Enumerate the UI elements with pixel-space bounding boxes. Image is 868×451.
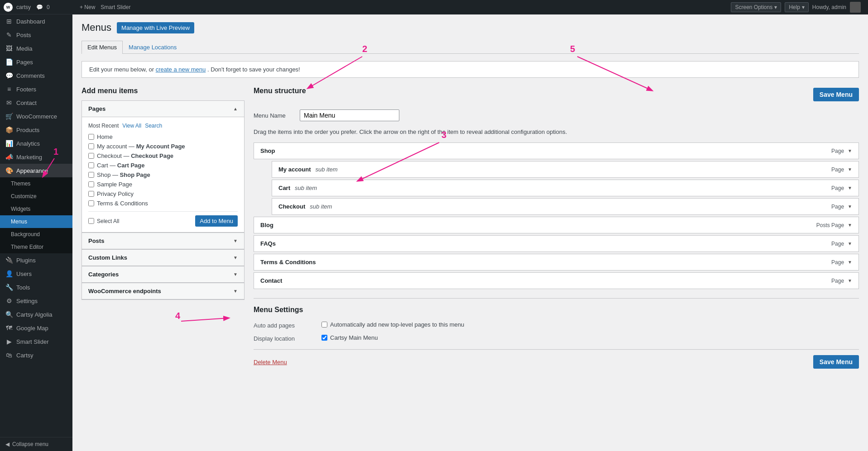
background-label: Background [11,231,40,237]
page-checkbox-my-account[interactable] [88,143,94,149]
sidebar-item-cartsy[interactable]: 🛍 Cartsy [0,348,72,362]
page-checkbox-cart[interactable] [88,162,94,168]
menu-item-terms[interactable]: Terms & Conditions Page ▼ [254,254,859,271]
page-checkbox-terms[interactable] [88,200,94,206]
menu-item-name-faqs: FAQs [260,240,276,247]
menu-item-blog[interactable]: Blog Posts Page ▼ [254,217,859,233]
comments-sidebar-icon: 💬 [5,72,13,79]
menu-item-expand-checkout[interactable]: ▼ [848,204,852,209]
sidebar-item-smart-slider[interactable]: ▶ Smart Slider [0,335,72,348]
delete-menu-link[interactable]: Delete Menu [254,359,287,366]
create-new-menu-link[interactable]: create a new menu [156,66,206,73]
menu-item-my-account[interactable]: My account sub item Page ▼ [272,161,859,178]
sidebar-item-comments[interactable]: 💬 Comments [0,69,72,82]
search-tab[interactable]: Search [145,123,162,129]
save-menu-button-top[interactable]: Save Menu [813,88,859,101]
page-checkbox-checkout[interactable] [88,153,94,159]
display-location-checkbox[interactable] [321,335,327,341]
screen-options-button[interactable]: Screen Options ▾ [731,2,781,12]
topbar-new[interactable]: + New [80,4,95,10]
page-label-sample: Sample Page [97,181,132,188]
page-label-checkout: Checkout — Checkout Page [97,152,173,159]
posts-chevron-icon: ▼ [233,238,238,243]
sidebar-item-theme-editor[interactable]: Theme Editor [0,241,72,253]
woocommerce-endpoints-accordion-header[interactable]: WooCommerce endpoints ▼ [82,283,244,299]
posts-header-label: Posts [88,237,104,244]
sidebar-item-contact[interactable]: ✉ Contact [0,96,72,109]
categories-accordion-header[interactable]: Categories ▼ [82,266,244,283]
sidebar-item-analytics[interactable]: 📊 Analytics [0,137,72,150]
menu-item-expand-faqs[interactable]: ▼ [848,241,852,246]
menu-item-expand-my-account[interactable]: ▼ [848,167,852,172]
menu-item-expand-shop[interactable]: ▼ [848,148,852,153]
menu-item-name-contact: Contact [260,277,282,284]
sidebar-item-marketing[interactable]: 📣 Marketing [0,150,72,164]
sidebar-item-label: Products [16,127,39,133]
menu-item-expand-contact[interactable]: ▼ [848,278,852,283]
select-all-checkbox[interactable] [88,218,94,224]
menu-items-list: Shop Page ▼ My account sub item [254,142,859,289]
page-label-home: Home [97,133,113,140]
view-all-tab[interactable]: View All [122,123,141,129]
most-recent-tab[interactable]: Most Recent [88,123,119,129]
page-checkbox-sample[interactable] [88,181,94,187]
menu-item-expand-terms[interactable]: ▼ [848,260,852,265]
sidebar-item-media[interactable]: 🖼 Media [0,42,72,55]
sidebar-item-dashboard[interactable]: ⊞ Dashboard [0,14,72,28]
sidebar-item-appearance[interactable]: 🎨 Appearance [0,164,72,177]
woocommerce-endpoints-accordion: WooCommerce endpoints ▼ [82,283,245,300]
notice-bar: Edit your menu below, or create a new me… [82,61,859,78]
tab-edit-menus[interactable]: Edit Menus [82,41,123,54]
sidebar-item-pages[interactable]: 📄 Pages [0,55,72,69]
help-button[interactable]: Help ▾ [785,2,809,12]
sidebar-item-menus[interactable]: Menus [0,215,72,228]
sidebar-item-plugins[interactable]: 🔌 Plugins [0,253,72,267]
sidebar-item-settings[interactable]: ⚙ Settings [0,294,72,308]
menu-item-sub-label-cart: sub item [295,185,317,191]
sidebar-item-posts[interactable]: ✎ Posts [0,28,72,42]
menu-name-input[interactable] [300,109,399,121]
sidebar-item-footers[interactable]: ≡ Footers [0,82,72,96]
page-checkbox-home[interactable] [88,134,94,140]
add-to-menu-button[interactable]: Add to Menu [195,215,238,227]
sidebar-item-background[interactable]: Background [0,228,72,241]
topbar-smart-slider[interactable]: Smart Slider [101,4,130,10]
page-item-shop: Shop — Shop Page [88,171,238,178]
pages-accordion-header[interactable]: Pages ▲ [82,101,244,117]
menu-item-name-checkout: Checkout [278,203,305,210]
site-name[interactable]: cartsy [16,4,31,10]
custom-links-accordion-header[interactable]: Custom Links ▼ [82,250,244,266]
comments-icon[interactable]: 💬 [36,4,43,10]
sidebar-item-themes[interactable]: Themes [0,177,72,190]
sidebar-item-products[interactable]: 📦 Products [0,123,72,137]
menu-item-expand-blog[interactable]: ▼ [848,223,852,228]
sidebar-item-tools[interactable]: 🔧 Tools [0,280,72,294]
sidebar-item-customize[interactable]: Customize [0,190,72,203]
tab-manage-locations[interactable]: Manage Locations [123,41,182,53]
menu-item-cart[interactable]: Cart sub item Page ▼ [272,180,859,196]
sidebar-item-google-map[interactable]: 🗺 Google Map [0,321,72,335]
auto-add-checkbox[interactable] [321,322,327,328]
sidebar-item-woocommerce[interactable]: 🛒 WooCommerce [0,109,72,123]
save-menu-button-bottom[interactable]: Save Menu [813,355,859,369]
menu-item-faqs[interactable]: FAQs Page ▼ [254,235,859,252]
menu-item-name-my-account: My account [278,166,311,173]
display-location-label: Display location [254,334,312,342]
sidebar-item-widgets[interactable]: Widgets [0,203,72,215]
menu-item-type-shop: Page [831,148,844,154]
page-checkbox-privacy[interactable] [88,191,94,197]
menu-item-contact[interactable]: Contact Page ▼ [254,272,859,289]
sidebar-item-users[interactable]: 👤 Users [0,267,72,280]
sidebar-item-cartsy-algolia[interactable]: 🔍 Cartsy Algolia [0,308,72,321]
page-item-home: Home [88,133,238,140]
menu-item-checkout[interactable]: Checkout sub item Page ▼ [272,198,859,215]
live-preview-button[interactable]: Manage with Live Preview [117,22,194,33]
menu-item-expand-cart[interactable]: ▼ [848,185,852,190]
collapse-menu[interactable]: ◀ Collapse menu [0,437,72,451]
page-checkbox-shop[interactable] [88,172,94,178]
posts-accordion-header[interactable]: Posts ▼ [82,233,244,249]
page-item-my-account: My account — My Account Page [88,143,238,150]
page-label-cart: Cart — Cart Page [97,162,145,169]
notice-after-text: . Don't forget to save your changes! [207,66,300,73]
menu-item-shop[interactable]: Shop Page ▼ [254,142,859,159]
